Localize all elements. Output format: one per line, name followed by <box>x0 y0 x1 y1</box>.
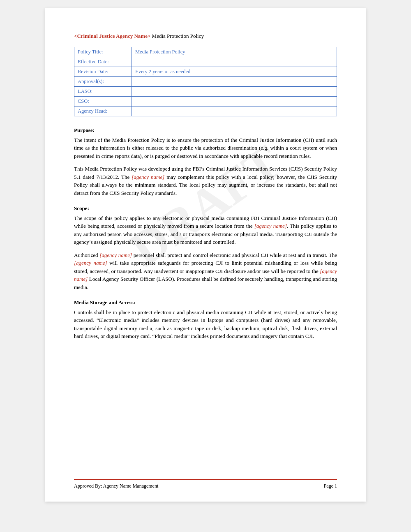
agency-ref: [agency name] <box>99 252 132 258</box>
table-row: Revision Date:Every 2 years or as needed <box>74 67 337 77</box>
section-2: Media Storage and Access:Controls shall … <box>74 298 337 340</box>
page-footer: Approved By: Agency Name Management Page… <box>74 479 337 489</box>
footer-left: Approved By: Agency Name Management <box>74 483 158 489</box>
table-value-cell <box>132 57 337 67</box>
table-label-cell: Approval(s): <box>74 77 132 87</box>
table-row: Effective Date: <box>74 57 337 67</box>
agency-ref: [agency name] <box>74 268 337 282</box>
section-paragraph: The scope of this policy applies to any … <box>74 214 337 246</box>
table-value-cell <box>132 77 337 87</box>
section-paragraph: This Media Protection Policy was develop… <box>74 165 337 197</box>
table-label-cell: CSO: <box>74 97 132 106</box>
table-value-cell: Media Protection Policy <box>132 47 337 57</box>
table-value-cell <box>132 97 337 106</box>
table-row: Agency Head: <box>74 106 337 116</box>
table-label-cell: Agency Head: <box>74 106 132 116</box>
table-row: Approval(s): <box>74 77 337 87</box>
table-label-cell: Effective Date: <box>74 57 132 67</box>
document-header: <Criminal Justice Agency Name> Media Pro… <box>74 33 337 39</box>
table-value-cell <box>132 106 337 116</box>
table-row: LASO: <box>74 87 337 97</box>
agency-name: <Criminal Justice Agency Name> <box>74 33 150 39</box>
footer-right: Page 1 <box>324 483 337 489</box>
section-1: Scope:The scope of this policy applies t… <box>74 204 337 291</box>
table-row: Policy Title:Media Protection Policy <box>74 47 337 57</box>
table-value-cell <box>132 87 337 97</box>
agency-ref: [agency name] <box>132 174 164 180</box>
table-row: CSO: <box>74 97 337 106</box>
section-title: Scope: <box>74 204 337 213</box>
section-paragraph: Controls shall be in place to protect el… <box>74 308 337 340</box>
section-title: Media Storage and Access: <box>74 298 337 307</box>
agency-ref: [agency name] <box>254 223 287 229</box>
sections-container: Purpose:The intent of the Media Protecti… <box>74 126 337 340</box>
info-table: Policy Title:Media Protection PolicyEffe… <box>74 47 337 116</box>
table-label-cell: Policy Title: <box>74 47 132 57</box>
section-paragraph: Authorized [agency name] personnel shall… <box>74 251 337 291</box>
document-page: <Criminal Justice Agency Name> Media Pro… <box>45 8 366 502</box>
section-0: Purpose:The intent of the Media Protecti… <box>74 126 337 197</box>
table-value-cell: Every 2 years or as needed <box>132 67 337 77</box>
section-paragraph: The intent of the Media Protection Polic… <box>74 136 337 160</box>
table-label-cell: LASO: <box>74 87 132 97</box>
agency-ref: [agency name] <box>74 260 107 266</box>
header-title-text: Media Protection Policy <box>152 33 204 39</box>
table-label-cell: Revision Date: <box>74 67 132 77</box>
section-title: Purpose: <box>74 126 337 134</box>
